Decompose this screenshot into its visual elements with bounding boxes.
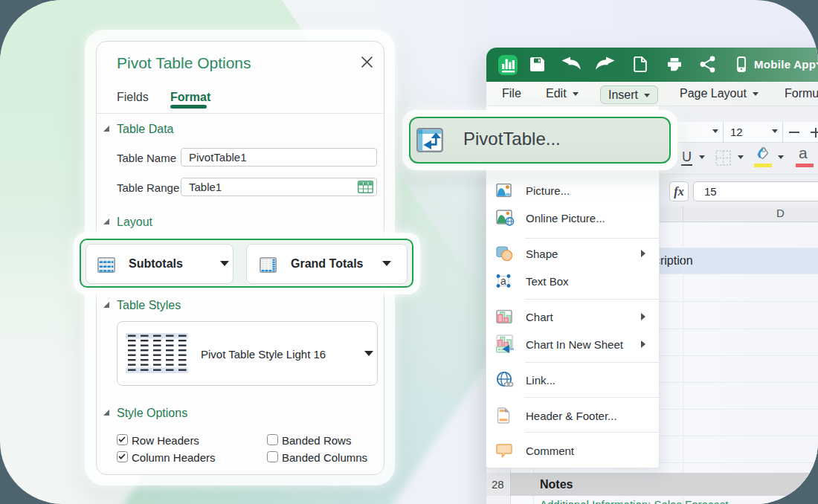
svg-text:a: a bbox=[500, 275, 506, 287]
